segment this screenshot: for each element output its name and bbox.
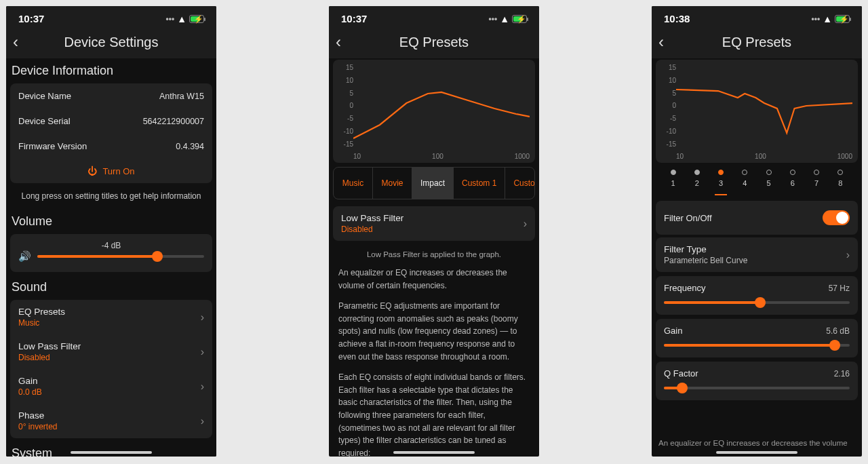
turn-on-button[interactable]: ⏻ Turn On [10, 159, 212, 183]
frequency-card: Frequency 57 Hz [656, 276, 858, 315]
status-bar: 10:37 ••• ▲ ⚡ [6, 6, 216, 28]
band-4[interactable]: 4 [736, 170, 753, 187]
home-indicator [71, 451, 152, 454]
tab-impact[interactable]: Impact [412, 168, 454, 199]
clock: 10:38 [664, 13, 690, 24]
row-device-name[interactable]: Device Name Anthra W15 [10, 83, 212, 109]
qfactor-card: Q Factor 2.16 [656, 362, 858, 400]
plug-icon: ⏻ [87, 166, 97, 176]
sound-card: EQ PresetsMusic›Low Pass FilterDisabled›… [10, 300, 212, 438]
section-sound: Sound [6, 275, 216, 298]
tab-custom-1[interactable]: Custom 1 [454, 168, 505, 199]
row-firmware[interactable]: Firmware Version 0.4.394 [10, 134, 212, 159]
help-hint: Long press on setting titles to get help… [6, 186, 216, 209]
sound-row[interactable]: EQ PresetsMusic› [10, 300, 212, 334]
device-info-card: Device Name Anthra W15 Device Serial 564… [10, 83, 212, 183]
home-indicator [393, 451, 475, 454]
band-7[interactable]: 7 [808, 170, 825, 187]
page-title: EQ Presets [679, 35, 835, 50]
gain-card: Gain 5.6 dB [656, 319, 858, 357]
speaker-icon: 🔊 [18, 250, 31, 263]
page-title: EQ Presets [356, 35, 512, 50]
row-device-serial[interactable]: Device Serial 5642212900007 [10, 109, 212, 134]
screen-device-settings: 10:37 ••• ▲ ⚡ ‹ Device Settings Device I… [6, 6, 216, 457]
preset-tabs: MusicMovieImpactCustom 1Custom [333, 167, 535, 199]
clock: 10:37 [18, 13, 44, 24]
status-icons: ••• ▲ ⚡ [166, 14, 204, 24]
chevron-right-icon: › [201, 415, 204, 427]
volume-readout: -4 dB [18, 241, 204, 250]
volume-track[interactable] [37, 255, 204, 258]
frequency-slider[interactable] [664, 301, 850, 304]
band-1[interactable]: 1 [665, 170, 682, 187]
sound-row[interactable]: Low Pass FilterDisabled› [10, 334, 212, 369]
qfactor-slider[interactable] [664, 387, 850, 389]
chevron-right-icon: › [201, 346, 204, 358]
lpf-hint: Low Pass Filter is applied to the graph. [329, 244, 539, 264]
header: ‹ Device Settings [6, 28, 216, 58]
band-2[interactable]: 2 [689, 170, 705, 187]
page-title: Device Settings [33, 35, 189, 50]
chevron-right-icon: › [524, 218, 527, 230]
band-6[interactable]: 6 [785, 170, 801, 187]
sound-row[interactable]: Phase0° inverted› [10, 404, 212, 438]
filter-type-row[interactable]: Filter Type Parameteric Bell Curve › [656, 237, 858, 272]
status-icons: •••▲ ⚡ [489, 14, 527, 24]
filter-onoff-row: Filter On/Off [656, 201, 858, 235]
status-bar: 10:38 •••▲ ⚡ [652, 6, 862, 28]
chevron-right-icon: › [846, 249, 850, 261]
eq-graph: 151050-5-10-15 101001000 [656, 60, 858, 163]
tab-movie[interactable]: Movie [373, 168, 412, 199]
lpf-row-card: Low Pass Filter Disabled › [333, 206, 535, 241]
home-indicator [716, 451, 797, 454]
clock: 10:37 [341, 13, 367, 24]
back-button[interactable]: ‹ [333, 33, 356, 52]
status-icons: •••▲ ⚡ [812, 14, 850, 24]
chevron-right-icon: › [201, 311, 204, 324]
section-volume: Volume [6, 209, 216, 233]
filter-onoff-label: Filter On/Off [664, 213, 712, 223]
battery-icon: ⚡ [189, 15, 204, 23]
sound-row[interactable]: Gain0.0 dB› [10, 369, 212, 404]
band-5[interactable]: 5 [761, 170, 777, 187]
lpf-row[interactable]: Low Pass Filter Disabled › [333, 206, 535, 241]
gain-slider[interactable] [664, 344, 850, 347]
band-selector: 12345678 [656, 167, 858, 194]
tab-custom[interactable]: Custom [505, 168, 535, 199]
band-3[interactable]: 3 [713, 170, 729, 187]
back-button[interactable]: ‹ [656, 33, 679, 52]
section-system: System [6, 441, 216, 457]
section-device-info: Device Information [6, 58, 216, 82]
tab-music[interactable]: Music [334, 168, 373, 199]
volume-card: -4 dB 🔊 [10, 234, 212, 272]
eq-footer-hint: An equalizer or EQ increases or decrease… [658, 439, 855, 447]
status-bar: 10:37 •••▲ ⚡ [329, 6, 539, 28]
back-button[interactable]: ‹ [10, 33, 33, 52]
volume-slider[interactable]: 🔊 [18, 250, 204, 263]
eq-graph: 151050-5-10-15 101001000 [333, 60, 535, 163]
wifi-icon: ▲ [177, 14, 186, 24]
filter-toggle[interactable] [823, 210, 850, 225]
screen-eq-band-edit: 10:38 •••▲ ⚡ ‹ EQ Presets 151050-5-10-15… [652, 6, 862, 457]
eq-description: An equalizer or EQ increases or decrease… [329, 264, 539, 457]
band-8[interactable]: 8 [832, 170, 848, 187]
chevron-right-icon: › [201, 381, 204, 393]
screen-eq-presets-info: 10:37 •••▲ ⚡ ‹ EQ Presets 151050-5-10-15… [329, 6, 539, 457]
